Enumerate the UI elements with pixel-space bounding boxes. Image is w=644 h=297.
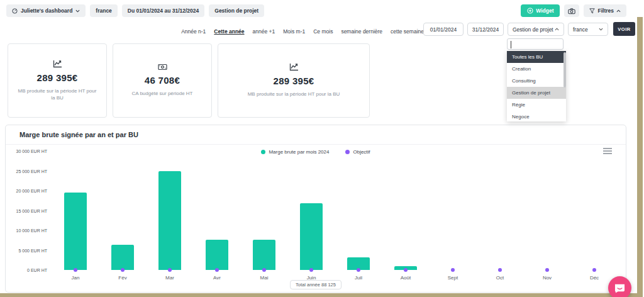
dropdown-scrollbar[interactable] — [564, 52, 566, 87]
chart-panel: Marge brute signée par an et par BU Marg… — [5, 125, 626, 293]
y-axis-tick: 15 000 EUR HT — [0, 208, 47, 213]
topbar-pill-1[interactable]: Du 01/01/2024 au 31/12/2024 — [122, 4, 204, 17]
dashboard-icon — [12, 8, 18, 14]
objectif-dot-Oct[interactable] — [498, 268, 502, 272]
objectif-dot-Juil[interactable] — [357, 268, 360, 272]
bar-Mai[interactable] — [253, 240, 275, 270]
y-axis-tick: 20 000 EUR HT — [0, 189, 47, 193]
bu-dropdown-panel: Toutes les BUCreationConsultingGestion d… — [507, 51, 566, 121]
chart-title: Marge brute signée par an et par BU — [19, 131, 138, 138]
trend-chart-icon — [53, 60, 62, 68]
date-from-input[interactable]: 01/01/2024 — [423, 23, 464, 36]
voir-button[interactable]: VOIR — [613, 22, 635, 36]
kpi-label: MB produite sur la période HT pour la BU — [17, 87, 97, 101]
period-link[interactable]: semaine dernière — [341, 28, 382, 35]
y-axis-tick: 10 000 EUR HT — [0, 228, 47, 233]
chart-total-badge: Total année 88 125 — [290, 280, 341, 289]
bar-Fév[interactable] — [111, 245, 134, 270]
x-axis-label: Mai — [245, 275, 283, 281]
bu-option[interactable]: Negoce — [507, 111, 566, 121]
kpi-card-2: 289 395€MB produite sur la période HT po… — [218, 43, 370, 118]
window-edge-bottom — [0, 293, 637, 297]
chat-launcher-button[interactable] — [608, 276, 631, 297]
window-edge-right — [637, 17, 643, 297]
objectif-dot-Fév[interactable] — [121, 268, 125, 272]
objectif-dot-Août[interactable] — [404, 268, 408, 272]
period-link[interactable]: Ce mois — [313, 28, 333, 35]
y-axis-tick: 30 000 EUR HT — [0, 149, 47, 154]
chevron-up-icon — [616, 9, 621, 13]
chat-bubble-icon — [614, 283, 626, 293]
legend-label: Marge brute par mois 2024 — [269, 149, 329, 155]
filters-button[interactable]: Filtres — [584, 4, 626, 17]
add-widget-button[interactable]: Widget — [521, 4, 560, 17]
chevron-down-icon — [599, 28, 603, 31]
x-axis-label: Oct — [481, 275, 519, 281]
y-axis-tick: 5 000 EUR HT — [0, 248, 47, 252]
x-axis-label: Déc — [575, 275, 613, 281]
divider — [6, 144, 626, 145]
x-axis-label: Fév — [104, 275, 142, 281]
objectif-dot-Mar[interactable] — [168, 268, 172, 272]
chevron-up-icon — [555, 28, 559, 31]
bar-Juin[interactable] — [300, 203, 323, 270]
bu-option[interactable]: Régie — [507, 99, 566, 111]
trend-chart-icon — [289, 63, 299, 71]
bu-select[interactable]: Gestion de projet — [508, 23, 564, 36]
topbar-pills: franceDu 01/01/2024 au 31/12/2024Gestion… — [90, 4, 264, 17]
bu-option[interactable]: Consulting — [507, 75, 566, 87]
add-widget-label: Widget — [536, 8, 553, 14]
period-filter-links: Année n-1Cette annéeannée +1Mois m-1Ce m… — [208, 25, 424, 38]
objectif-dot-Avr[interactable] — [215, 268, 219, 272]
country-select-value: france — [573, 26, 588, 33]
legend-item[interactable]: Marge brute par mois 2024 — [261, 149, 329, 155]
dashboard-selector[interactable]: Juliette's dashboard — [6, 4, 86, 17]
country-select[interactable]: france — [568, 23, 608, 36]
bu-dropdown-search-input[interactable] — [507, 38, 564, 50]
date-to-input[interactable]: 31/12/2024 — [467, 23, 504, 36]
x-axis-label: Juil — [340, 275, 377, 281]
screenshot-button[interactable] — [564, 4, 579, 17]
period-link[interactable]: Mois m-1 — [283, 28, 305, 35]
y-axis-tick: 25 000 EUR HT — [0, 169, 47, 173]
topbar-actions: Widget Filtres — [521, 4, 626, 17]
banknote-icon — [158, 64, 167, 70]
kpi-label: CA budgété sur période HT — [132, 90, 193, 97]
kpi-value: 289 395€ — [37, 72, 78, 83]
bu-option[interactable]: Creation — [507, 63, 566, 75]
legend-item[interactable]: Objectif — [345, 149, 370, 155]
bar-Avr[interactable] — [206, 240, 228, 270]
objectif-dot-Sept[interactable] — [451, 268, 455, 272]
objectif-dot-Déc[interactable] — [592, 268, 596, 272]
text-cursor — [511, 41, 511, 48]
objectif-dot-Nov[interactable] — [545, 268, 549, 272]
topbar-pill-0[interactable]: france — [90, 4, 118, 17]
bu-select-value: Gestion de projet — [513, 26, 553, 33]
objectif-dot-Jan[interactable] — [74, 268, 77, 272]
x-axis-label: Août — [387, 275, 425, 281]
period-link[interactable]: cette semaine — [391, 28, 424, 35]
filters-label: Filtres — [597, 8, 614, 14]
period-link[interactable]: année +1 — [253, 28, 275, 35]
x-axis-label: Sept — [434, 275, 472, 281]
topbar-pill-2[interactable]: Gestion de projet — [209, 4, 264, 17]
bu-option[interactable]: Toutes les BU — [507, 51, 566, 63]
plus-circle-icon — [527, 8, 533, 14]
dashboard-page: Juliette's dashboard franceDu 01/01/2024… — [0, 0, 644, 297]
period-link[interactable]: Cette année — [214, 28, 244, 35]
kpi-value: 46 708€ — [145, 75, 180, 86]
bar-Mar[interactable] — [158, 171, 181, 271]
kpi-value: 289 395€ — [274, 76, 314, 86]
objectif-dot-Mai[interactable] — [262, 268, 266, 272]
y-axis-tick: 0 EUR HT — [0, 268, 47, 272]
period-link[interactable]: Année n-1 — [181, 28, 206, 35]
legend-label: Objectif — [353, 149, 370, 155]
objectif-dot-Juin[interactable] — [309, 268, 313, 272]
x-axis-label: Jan — [57, 275, 94, 281]
bar-Jan[interactable] — [64, 193, 87, 270]
chart-menu-icon[interactable] — [603, 148, 612, 154]
legend-dot-icon — [261, 150, 265, 154]
bu-option[interactable]: Gestion de projet — [507, 87, 566, 99]
filter-icon — [589, 8, 595, 14]
chart-legend: Marge brute par mois 2024Objectif — [6, 149, 626, 155]
